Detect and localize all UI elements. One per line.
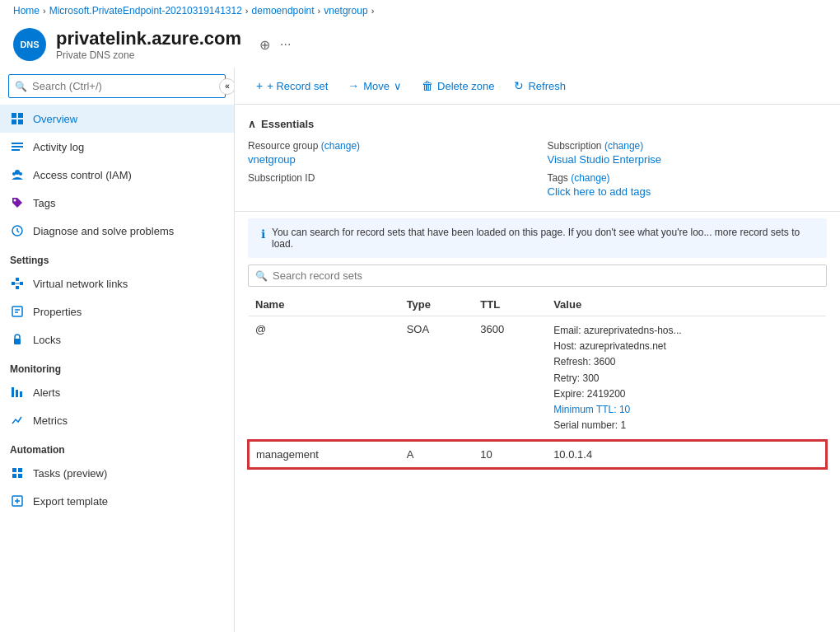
sidebar-item-virtual-network-links[interactable]: Virtual network links	[0, 269, 234, 297]
info-banner-text: You can search for record sets that have…	[272, 227, 814, 250]
resource-group-change-link[interactable]: (change)	[321, 140, 360, 152]
breadcrumb-home[interactable]: Home	[13, 5, 40, 16]
table-header-row: Name Type TTL Value	[249, 293, 826, 316]
svg-rect-12	[12, 282, 15, 285]
sidebar-item-access-control[interactable]: Access control (IAM)	[0, 161, 234, 189]
alerts-icon	[10, 385, 25, 400]
svg-point-8	[12, 172, 16, 176]
col-value: Value	[547, 293, 826, 316]
sidebar-item-locks[interactable]: Locks	[0, 325, 234, 353]
search-records-input[interactable]	[273, 269, 819, 282]
settings-section-title: Settings	[0, 245, 234, 269]
delete-icon: 🗑	[422, 79, 433, 92]
sidebar-item-export-template[interactable]: Export template	[0, 487, 234, 515]
add-icon: +	[256, 79, 263, 92]
breadcrumb-demoendpoint[interactable]: demoendpoint	[252, 5, 315, 16]
move-icon: →	[348, 79, 359, 92]
export-template-label: Export template	[33, 495, 108, 508]
record-set-button[interactable]: + + Record set	[248, 74, 336, 97]
col-type: Type	[400, 293, 474, 316]
tags-add-link[interactable]: Click here to add tags	[548, 185, 651, 198]
move-button[interactable]: → Move ∨	[339, 74, 410, 97]
sidebar-item-diagnose[interactable]: Diagnose and solve problems	[0, 217, 234, 245]
refresh-label: Refresh	[528, 80, 566, 92]
svg-rect-0	[12, 113, 16, 118]
header-actions: ⊕ ···	[258, 35, 292, 54]
col-name: Name	[249, 293, 400, 316]
resource-type: Private DNS zone	[56, 49, 241, 61]
svg-rect-14	[20, 282, 23, 285]
sidebar-item-alerts[interactable]: Alerts	[0, 378, 234, 406]
table-row[interactable]: @ SOA 3600 Email: azureprivatedns-hos...…	[249, 316, 826, 442]
records-table: Name Type TTL Value @ SOA 3600	[248, 293, 827, 469]
value-line-minttl: Minimum TTL: 10	[553, 402, 819, 418]
activity-log-icon	[10, 139, 25, 154]
collapse-sidebar-button[interactable]: «	[219, 78, 235, 95]
search-input[interactable]	[8, 74, 226, 98]
subscription-link[interactable]: Visual Studio Enterprise	[548, 153, 662, 166]
sidebar-item-tags[interactable]: Tags	[0, 189, 234, 217]
tags-label: Tags	[33, 197, 55, 209]
resource-header: DNS privatelink.azure.com Private DNS zo…	[0, 21, 840, 68]
svg-point-9	[19, 172, 22, 176]
svg-rect-1	[18, 113, 23, 118]
subscription-id-item: Subscription ID	[248, 172, 528, 198]
svg-rect-4	[12, 143, 23, 144]
subscription-value: Visual Studio Enterprise	[548, 153, 828, 166]
essentials-header[interactable]: ∧ Essentials	[248, 118, 827, 130]
svg-rect-26	[12, 474, 16, 478]
tasks-icon	[10, 466, 25, 480]
automation-section-title: Automation	[0, 434, 234, 459]
content-area: + + Record set → Move ∨ 🗑 Delete zone ↻ …	[235, 68, 840, 632]
tags-item: Tags (change) Click here to add tags	[548, 172, 828, 198]
row-name: @	[249, 316, 400, 442]
overview-icon	[10, 111, 25, 126]
sidebar-item-activity-log[interactable]: Activity log	[0, 133, 234, 161]
monitoring-section-title: Monitoring	[0, 353, 234, 378]
value-line-retry: Retry: 300	[553, 371, 819, 386]
resource-group-value: vnetgroup	[248, 153, 528, 166]
resource-group-label: Resource group (change)	[248, 140, 528, 152]
svg-rect-15	[16, 286, 19, 289]
alerts-label: Alerts	[33, 386, 60, 399]
table-row[interactable]: management A 10 10.0.1.4	[249, 441, 826, 468]
tags-change-link[interactable]: (change)	[571, 172, 609, 184]
properties-label: Properties	[33, 306, 82, 318]
subscription-item: Subscription (change) Visual Studio Ente…	[548, 140, 828, 166]
sidebar-item-properties[interactable]: Properties	[0, 297, 234, 325]
page-wrapper: Home › Microsoft.PrivateEndpoint-2021031…	[0, 0, 840, 632]
more-options-button[interactable]: ···	[278, 35, 292, 54]
resource-title-area: privatelink.azure.com Private DNS zone	[56, 28, 241, 61]
resource-group-link[interactable]: vnetgroup	[248, 153, 296, 166]
row-ttl: 3600	[474, 316, 547, 442]
row-type: SOA	[400, 316, 474, 442]
sidebar-item-metrics[interactable]: Metrics	[0, 406, 234, 434]
value-line-host: Host: azureprivatedns.net	[553, 339, 819, 354]
svg-rect-3	[18, 119, 23, 124]
svg-rect-23	[20, 391, 22, 397]
svg-rect-21	[12, 387, 14, 397]
metrics-icon	[10, 413, 25, 428]
access-control-icon	[10, 167, 25, 182]
tags-value: Click here to add tags	[548, 185, 828, 198]
move-label: Move	[363, 80, 390, 92]
breadcrumb-endpoint-group[interactable]: Microsoft.PrivateEndpoint-20210319141312	[49, 5, 242, 16]
refresh-button[interactable]: ↻ Refresh	[506, 74, 574, 97]
sidebar-item-overview[interactable]: Overview	[0, 105, 234, 133]
locks-label: Locks	[33, 334, 61, 346]
delete-zone-button[interactable]: 🗑 Delete zone	[413, 74, 502, 97]
subscription-id-label: Subscription ID	[248, 172, 528, 184]
essentials-section: ∧ Essentials Resource group (change) vne…	[235, 105, 840, 212]
svg-rect-5	[12, 146, 23, 147]
breadcrumb-vnetgroup[interactable]: vnetgroup	[324, 5, 367, 16]
pin-button[interactable]: ⊕	[258, 35, 272, 54]
col-ttl: TTL	[474, 293, 547, 316]
svg-rect-2	[12, 119, 16, 124]
virtual-network-icon	[10, 276, 25, 291]
sidebar-item-tasks[interactable]: Tasks (preview)	[0, 459, 234, 487]
row-name: management	[249, 441, 400, 468]
tags-label: Tags (change)	[548, 172, 828, 184]
main-layout: 🔍 « Overview Activity log	[0, 68, 840, 632]
subscription-change-link[interactable]: (change)	[604, 140, 643, 152]
svg-rect-27	[18, 474, 22, 478]
